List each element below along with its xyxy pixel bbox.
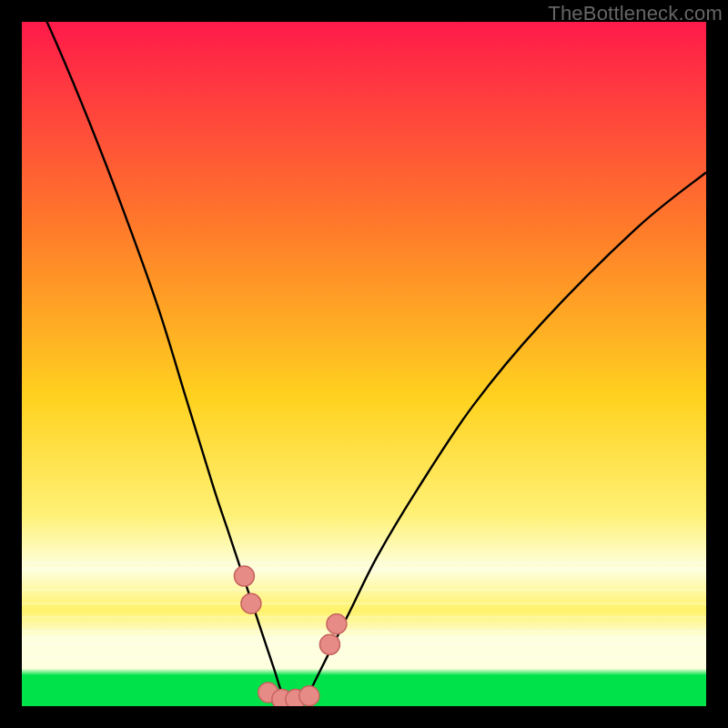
attribution-text: TheBottleneck.com — [548, 2, 723, 25]
marker-left-1 — [234, 566, 254, 586]
chart-svg — [22, 22, 706, 706]
marker-right-1 — [319, 634, 339, 654]
plot-area — [22, 22, 706, 706]
chart-frame: TheBottleneck.com — [0, 0, 728, 728]
marker-left-2 — [241, 593, 261, 613]
marker-floor-4 — [299, 686, 319, 706]
marker-right-2 — [327, 614, 347, 634]
